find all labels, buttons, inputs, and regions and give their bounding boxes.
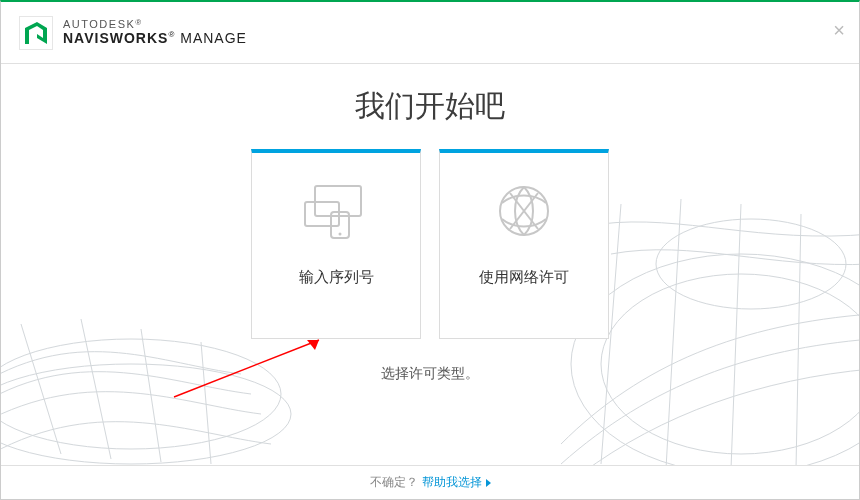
brand-logo xyxy=(19,16,53,50)
help-link-text: 帮助我选择 xyxy=(422,475,482,489)
card-enter-serial[interactable]: 输入序列号 xyxy=(251,149,421,339)
footer-muted: 不确定？ xyxy=(370,474,418,491)
help-choose-link[interactable]: 帮助我选择 xyxy=(422,474,491,491)
svg-rect-8 xyxy=(305,202,339,226)
devices-icon xyxy=(297,153,375,268)
brand-top: AUTODESK xyxy=(63,18,135,30)
page-title: 我们开始吧 xyxy=(355,86,505,127)
card-label: 输入序列号 xyxy=(299,268,374,287)
brand-text: AUTODESK® NAVISWORKS® MANAGE xyxy=(63,19,247,45)
header-bar: AUTODESK® NAVISWORKS® MANAGE × xyxy=(1,2,859,64)
svg-marker-1 xyxy=(37,22,47,44)
footer-bar: 不确定？ 帮助我选择 xyxy=(1,465,859,499)
brand-edition: MANAGE xyxy=(180,30,247,46)
chevron-right-icon xyxy=(486,479,491,487)
svg-marker-0 xyxy=(25,22,37,44)
card-network-license[interactable]: 使用网络许可 xyxy=(439,149,609,339)
card-label: 使用网络许可 xyxy=(479,268,569,287)
globe-icon xyxy=(494,153,554,268)
brand-name: NAVISWORKS xyxy=(63,30,168,46)
svg-point-10 xyxy=(339,232,342,235)
body: 我们开始吧 输入序列号 xyxy=(1,64,859,465)
close-icon[interactable]: × xyxy=(833,20,845,40)
card-row: 输入序列号 xyxy=(251,149,609,339)
subtitle: 选择许可类型。 xyxy=(381,365,479,383)
